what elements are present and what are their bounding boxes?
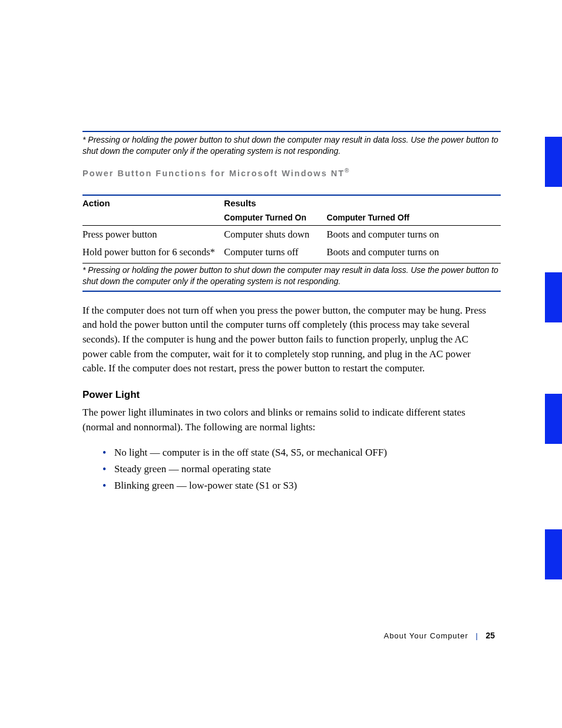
side-tab-4	[545, 529, 562, 579]
power-button-table: Action Results Computer Turned On Comput…	[82, 196, 501, 261]
table-title-text: Power Button Functions for Microsoft Win…	[82, 169, 345, 178]
cell-action: Press power button	[82, 226, 224, 243]
side-tab-3	[545, 394, 562, 444]
footer-section: About Your Computer	[384, 631, 468, 640]
footnote-top: * Pressing or holding the power button t…	[82, 134, 498, 157]
list-item: No light — computer is in the off state …	[103, 444, 501, 461]
list-item: Steady green — normal operating state	[103, 461, 501, 477]
cell-off: Boots and computer turns on	[327, 243, 501, 261]
table-title: Power Button Functions for Microsoft Win…	[82, 167, 501, 178]
page-footer: About Your Computer | 25	[82, 631, 495, 640]
cell-off: Boots and computer turns on	[327, 226, 501, 243]
registered-mark: ®	[345, 167, 349, 174]
subheader-on: Computer Turned On	[224, 210, 326, 226]
section-heading: Power Light	[82, 389, 501, 401]
table-subheader-row: Computer Turned On Computer Turned Off	[82, 210, 501, 226]
side-tab-2	[545, 272, 562, 322]
cell-on: Computer shuts down	[224, 226, 326, 243]
content-area: * Pressing or holding the power button t…	[82, 131, 501, 494]
footer-page-number: 25	[485, 631, 495, 640]
table-row: Press power button Computer shuts down B…	[82, 226, 501, 243]
table-row: Hold power button for 6 seconds* Compute…	[82, 243, 501, 261]
bullet-list: No light — computer is in the off state …	[103, 444, 501, 494]
footer-separator: |	[471, 631, 482, 640]
page: * Pressing or holding the power button t…	[0, 0, 562, 728]
side-tab-1	[545, 137, 562, 187]
cell-on: Computer turns off	[224, 243, 326, 261]
header-results: Results	[224, 196, 501, 210]
section-intro: The power light illuminates in two color…	[82, 406, 495, 434]
table-bottom-rule	[82, 263, 501, 263]
list-item: Blinking green — low-power state (S1 or …	[103, 477, 501, 494]
header-action: Action	[82, 196, 224, 210]
footnote-bottom-rule	[82, 291, 501, 292]
subheader-off: Computer Turned Off	[327, 210, 501, 226]
cell-action: Hold power button for 6 seconds*	[82, 243, 224, 261]
table-header-row: Action Results	[82, 196, 501, 210]
body-paragraph: If the computer does not turn off when y…	[82, 304, 495, 376]
footnote-bottom: * Pressing or holding the power button t…	[82, 265, 498, 287]
top-rule	[82, 131, 501, 132]
